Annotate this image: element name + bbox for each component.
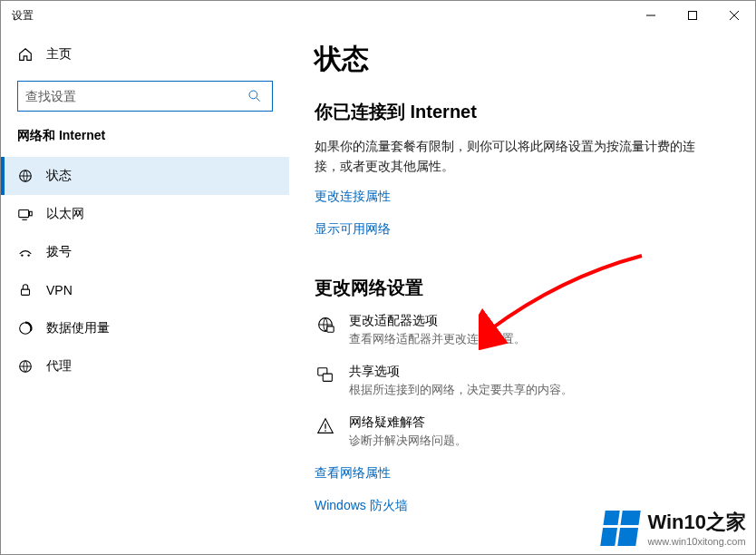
windows-logo-icon: [601, 511, 641, 546]
sidebar-item-label: 以太网: [46, 206, 84, 222]
option-desc: 根据所连接到的网络，决定要共享的内容。: [349, 382, 573, 398]
link-view-network-props[interactable]: 查看网络属性: [315, 465, 391, 482]
svg-point-5: [21, 254, 23, 256]
proxy-icon: [17, 358, 34, 375]
data-usage-icon: [17, 320, 34, 336]
adapter-icon: [315, 313, 336, 335]
svg-rect-3: [19, 210, 29, 218]
sidebar: 主页 网络和 Internet 状态 以太网: [1, 30, 289, 554]
link-show-available-networks[interactable]: 显示可用网络: [315, 221, 391, 238]
connected-heading: 你已连接到 Internet: [315, 100, 719, 124]
option-title: 网络疑难解答: [349, 414, 467, 431]
sidebar-item-dialup[interactable]: 拨号: [1, 233, 289, 271]
option-adapter[interactable]: 更改适配器选项 查看网络适配器并更改连接设置。: [315, 313, 719, 347]
sidebar-item-data-usage[interactable]: 数据使用量: [1, 309, 289, 347]
sidebar-item-ethernet[interactable]: 以太网: [1, 195, 289, 233]
sidebar-item-vpn[interactable]: VPN: [1, 271, 289, 309]
svg-point-6: [27, 254, 29, 256]
svg-rect-4: [30, 211, 33, 216]
ethernet-icon: [17, 206, 34, 222]
content-pane: 状态 你已连接到 Internet 如果你的流量套餐有限制，则你可以将此网络设置…: [289, 30, 755, 554]
option-title: 共享选项: [349, 364, 573, 380]
page-title: 状态: [315, 41, 719, 78]
option-troubleshoot[interactable]: 网络疑难解答 诊断并解决网络问题。: [315, 414, 719, 449]
svg-rect-7: [22, 289, 30, 295]
watermark: Win10之家 www.win10xitong.com: [603, 509, 746, 547]
watermark-url: www.win10xitong.com: [647, 536, 746, 547]
sidebar-item-label: 代理: [46, 358, 72, 375]
window-title: 设置: [12, 8, 34, 24]
sidebar-item-proxy[interactable]: 代理: [1, 347, 289, 385]
vpn-icon: [17, 282, 34, 298]
option-desc: 诊断并解决网络问题。: [349, 433, 467, 449]
svg-rect-0: [689, 12, 697, 20]
link-change-connection-props[interactable]: 更改连接属性: [315, 189, 391, 205]
option-title: 更改适配器选项: [349, 313, 526, 329]
sidebar-section-label: 网络和 Internet: [1, 124, 289, 157]
titlebar: 设置: [1, 1, 755, 30]
status-icon: [17, 168, 34, 184]
search-icon: [245, 89, 265, 103]
svg-point-1: [249, 91, 257, 99]
home-link[interactable]: 主页: [1, 37, 289, 72]
sidebar-item-label: 拨号: [46, 244, 72, 260]
troubleshoot-icon: [315, 414, 336, 436]
link-windows-firewall[interactable]: Windows 防火墙: [315, 498, 408, 514]
window-controls: [630, 1, 755, 30]
sidebar-item-label: 数据使用量: [46, 320, 110, 336]
sidebar-item-label: VPN: [46, 283, 73, 297]
watermark-title: Win10之家: [647, 509, 746, 536]
home-label: 主页: [46, 46, 72, 63]
sharing-icon: [315, 364, 336, 385]
svg-rect-13: [323, 375, 332, 382]
home-icon: [17, 46, 34, 63]
search-input[interactable]: [25, 89, 245, 103]
svg-rect-11: [327, 326, 334, 332]
dialup-icon: [17, 244, 34, 260]
close-button[interactable]: [713, 1, 755, 30]
search-box[interactable]: [17, 81, 273, 112]
maximize-button[interactable]: [672, 1, 713, 30]
minimize-button[interactable]: [630, 1, 672, 30]
option-desc: 查看网络适配器并更改连接设置。: [349, 331, 526, 347]
change-settings-heading: 更改网络设置: [315, 276, 719, 300]
sidebar-item-label: 状态: [46, 168, 72, 184]
option-sharing[interactable]: 共享选项 根据所连接到的网络，决定要共享的内容。: [315, 364, 719, 398]
svg-point-14: [325, 431, 326, 433]
sidebar-item-status[interactable]: 状态: [1, 157, 289, 195]
connected-body: 如果你的流量套餐有限制，则你可以将此网络设置为按流量计费的连接，或者更改其他属性…: [315, 137, 719, 176]
